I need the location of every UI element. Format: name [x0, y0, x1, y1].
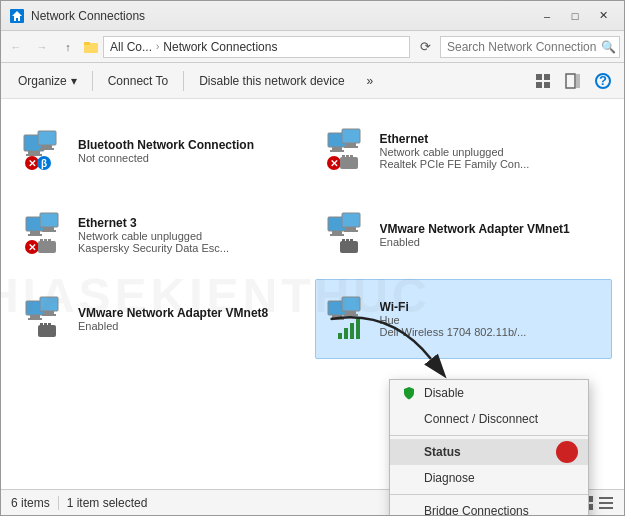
ctx-status[interactable]: Status	[390, 439, 588, 465]
toolbar-right: ?	[530, 68, 616, 94]
ethernet3-icon: ✕	[22, 211, 70, 259]
svg-rect-71	[44, 323, 47, 327]
preview-pane-button[interactable]	[560, 68, 586, 94]
svg-text:✕: ✕	[28, 242, 36, 253]
svg-text:β: β	[41, 158, 47, 169]
search-box[interactable]: 🔍	[440, 36, 620, 58]
svg-rect-39	[40, 213, 58, 227]
svg-rect-5	[536, 82, 542, 88]
list-item[interactable]: ✕ Ethernet 3 Network cable unplugged Kas…	[13, 195, 311, 275]
list-item[interactable]: ✕ β Bluetooth Network Connection Not con…	[13, 111, 311, 191]
svg-rect-64	[28, 318, 42, 320]
svg-rect-16	[40, 148, 54, 150]
close-button[interactable]: ✕	[590, 6, 616, 26]
status-highlight	[556, 441, 578, 463]
svg-rect-27	[346, 143, 356, 146]
list-item[interactable]: VMware Network Adapter VMnet1 Enabled	[315, 195, 613, 275]
path-allco: All Co...	[110, 40, 152, 54]
svg-rect-38	[28, 234, 42, 236]
selected-count: 1 item selected	[67, 496, 148, 510]
search-input[interactable]	[447, 40, 597, 54]
svg-rect-47	[44, 239, 47, 243]
ctx-separator-2	[390, 494, 588, 495]
svg-rect-75	[332, 315, 342, 318]
status-separator	[58, 496, 59, 510]
net-item-name: VMware Network Adapter VMnet1	[380, 222, 604, 236]
svg-rect-11	[28, 151, 40, 154]
wifi-item-detail: Dell Wireless 1704 802.11b/...	[380, 326, 604, 338]
svg-rect-13	[38, 131, 56, 145]
svg-rect-7	[566, 74, 575, 88]
net-item-detail: Realtek PCIe FE Family Con...	[380, 158, 604, 170]
net-item-status: Enabled	[380, 236, 604, 248]
ethernet-icon: ✕	[324, 127, 372, 175]
wifi-item-status: Hue	[380, 314, 604, 326]
more-button[interactable]: »	[358, 67, 383, 95]
svg-rect-46	[40, 239, 43, 243]
svg-rect-79	[346, 311, 356, 314]
refresh-button[interactable]: ⟳	[414, 36, 436, 58]
svg-rect-24	[330, 150, 344, 152]
ctx-disable[interactable]: Disable	[390, 380, 588, 406]
shield-icon	[402, 386, 416, 400]
net-item-status: Network cable unplugged	[380, 146, 604, 158]
svg-rect-51	[332, 231, 342, 234]
search-icon: 🔍	[601, 40, 616, 54]
svg-rect-59	[346, 239, 349, 243]
svg-rect-68	[42, 314, 56, 316]
svg-rect-55	[346, 227, 356, 230]
back-button[interactable]: ←	[5, 36, 27, 58]
svg-rect-23	[332, 147, 342, 150]
window-icon	[9, 8, 25, 24]
title-bar: Network Connections – □ ✕	[1, 1, 624, 31]
svg-rect-80	[344, 314, 358, 316]
wifi-list-item[interactable]: Wi-Fi Hue Dell Wireless 1704 802.11b/...	[315, 279, 613, 359]
context-menu: Disable Connect / Disconnect Status Diag…	[389, 379, 589, 516]
help-button[interactable]: ?	[590, 68, 616, 94]
svg-rect-77	[342, 297, 360, 311]
maximize-button[interactable]: □	[562, 6, 588, 26]
svg-rect-28	[344, 146, 358, 148]
path-netconn: Network Connections	[163, 40, 277, 54]
organize-button[interactable]: Organize ▾	[9, 67, 86, 95]
up-button[interactable]: ↑	[57, 36, 79, 58]
window-controls: – □ ✕	[534, 6, 616, 26]
address-path[interactable]: All Co... › Network Connections	[103, 36, 410, 58]
ctx-diagnose[interactable]: Diagnose	[390, 465, 588, 491]
vmnet1-icon	[324, 211, 372, 259]
ctx-bridge[interactable]: Bridge Connections	[390, 498, 588, 516]
svg-rect-81	[338, 333, 342, 339]
list-item[interactable]: VMware Network Adapter VMnet8 Enabled	[13, 279, 311, 359]
svg-rect-65	[40, 297, 58, 311]
grid-view-icon	[535, 73, 551, 89]
wifi-icon	[324, 295, 372, 343]
svg-rect-63	[30, 315, 40, 318]
svg-rect-4	[544, 74, 550, 80]
net-item-name: Ethernet 3	[78, 216, 302, 230]
svg-rect-67	[44, 311, 54, 314]
ctx-connect-disconnect[interactable]: Connect / Disconnect	[390, 406, 588, 432]
change-view-button[interactable]	[530, 68, 556, 94]
connect-to-button[interactable]: Connect To	[99, 67, 178, 95]
vmnet8-icon	[22, 295, 70, 343]
toolbar-separator-2	[183, 71, 184, 91]
net-item-name: Bluetooth Network Connection	[78, 138, 302, 152]
minimize-button[interactable]: –	[534, 6, 560, 26]
small-list-icon	[598, 495, 614, 511]
svg-rect-48	[48, 239, 51, 243]
forward-button[interactable]: →	[31, 36, 53, 58]
item-count: 6 items	[11, 496, 50, 510]
svg-rect-32	[342, 155, 345, 159]
net-item-info: Bluetooth Network Connection Not connect…	[78, 138, 302, 164]
svg-rect-37	[30, 231, 40, 234]
list-item[interactable]: ✕ Ethernet Network cable unplugged Realt…	[315, 111, 613, 191]
window-title: Network Connections	[31, 9, 534, 23]
svg-rect-53	[342, 213, 360, 227]
disable-network-button[interactable]: Disable this network device	[190, 67, 353, 95]
spacer-icon	[402, 445, 416, 459]
address-bar: ← → ↑ All Co... › Network Connections ⟳ …	[1, 31, 624, 63]
net-item-info: Wi-Fi Hue Dell Wireless 1704 802.11b/...	[380, 300, 604, 338]
svg-rect-52	[330, 234, 344, 236]
svg-rect-42	[42, 230, 56, 232]
svg-rect-34	[350, 155, 353, 159]
